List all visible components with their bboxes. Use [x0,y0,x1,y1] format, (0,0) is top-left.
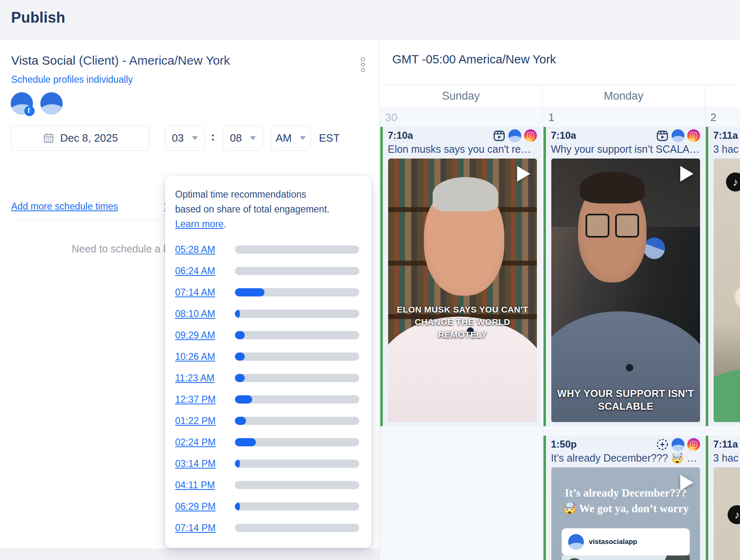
post-time: 7:11a [713,439,738,450]
day-header-sunday: Sunday [379,85,543,107]
story-plus-icon [656,438,669,451]
optimal-time-link[interactable]: 05:28 AM [175,244,226,255]
post-video-thumbnail[interactable]: ♪ one S [714,159,740,422]
post-header: 7:10a [546,127,704,142]
post-video-thumbnail[interactable]: WHY YOUR SUPPORT ISN'T SCALABLE [551,159,700,422]
play-icon [517,166,530,182]
optimal-time-link[interactable]: 10:26 AM [175,351,226,362]
post-header: 7:11a [708,127,740,142]
scheduled-post-card[interactable]: 7:11a 3 hac ♪ [706,436,740,560]
person-hair [433,177,498,211]
post-title: It’s already December??? 🤯 … [546,451,704,467]
tiktok-icon: ♪ [726,173,740,191]
minute-select[interactable]: 08 [223,125,263,151]
calendar-panel: GMT -05:00 America/New York Sunday Monda… [379,40,740,560]
play-icon [680,166,693,182]
post-title: 3 hac [708,451,740,467]
profile-avatar-instagram[interactable] [40,92,63,114]
optimal-time-row: 12:37 PM [175,389,361,410]
optimal-time-link[interactable]: 08:10 AM [175,308,226,320]
learn-more-period: . [224,219,226,229]
post-time: 7:10a [551,130,576,141]
optimal-time-link[interactable]: 02:24 PM [175,437,226,448]
description-line2: based on share of total engagement. [175,204,330,215]
meridiem-select[interactable]: AM [271,125,311,151]
calendar-timezone-title: GMT -05:00 America/New York [392,53,556,66]
optimal-time-link[interactable]: 07:14 PM [175,523,226,534]
optimal-time-link[interactable]: 01:22 PM [175,415,226,427]
date-number: 2 [710,111,716,124]
facebook-badge-icon [24,106,35,116]
tiktok-icon: ♪ [728,505,740,524]
minute-value: 08 [230,132,242,145]
optimal-time-row: 10:26 AM [175,346,361,367]
post-video-thumbnail[interactable]: ELON MUSK SAYS YOU CAN'T CHANGE THE WORL… [388,159,537,422]
optimal-time-row: 07:14 AM [175,282,361,303]
scheduled-post-card[interactable]: 7:10a Why your support isn’t SCALA [543,127,704,426]
hour-value: 03 [172,132,184,145]
optimal-time-link[interactable]: 06:29 PM [175,501,226,512]
green-fabric [714,369,740,422]
optimal-time-link[interactable]: 12:37 PM [175,394,226,405]
post-video-thumbnail[interactable]: It’s already December??? 🤯 We got ya, do… [551,467,700,560]
date-number: 30 [385,111,397,124]
profile-group-timezone: - America/New York [122,54,230,67]
optimal-time-row: 07:14 PM [175,517,361,539]
optimal-times-list: 05:28 AM 06:24 AM 07:14 AM 08:10 AM 09:2… [175,239,361,539]
popup-description: Optimal time recommendations based on sh… [175,187,361,231]
date-input[interactable]: Dec 8, 2025 [11,125,150,151]
instagram-icon [524,129,537,142]
engagement-bar [235,460,359,468]
engagement-bar [235,310,359,318]
column-divider [543,108,543,560]
engagement-bar [235,288,359,296]
optimal-time-row: 03:14 PM [175,453,361,474]
background-hint-text: Need to schedule a l [72,243,166,255]
engagement-bar [235,267,359,275]
video-caption: It’s already December??? 🤯 We got ya, do… [560,485,691,517]
scheduled-post-card[interactable]: 7:10a Elon musks says you can't re [380,127,541,426]
optimal-time-link[interactable]: 04:11 PM [175,480,226,491]
person-hair [580,172,645,203]
vista-social-logo [672,129,684,142]
optimal-time-row: 04:11 PM [175,474,361,496]
scheduled-post-card[interactable]: 7:11a 3 hac ♪ one S [706,127,740,426]
schedule-individually-link[interactable]: Schedule profiles individually [11,74,133,85]
glasses-left [585,214,609,238]
optimal-time-link[interactable]: 06:24 AM [175,266,226,277]
day-header-partial [705,85,740,107]
chevron-down-icon [250,136,256,140]
post-time: 7:10a [388,130,413,141]
video-caption: WHY YOUR SUPPORT ISN'T SCALABLE [557,387,694,413]
optimal-time-link[interactable]: 03:14 PM [175,458,226,469]
optimal-time-row: 01:22 PM [175,410,361,432]
optimal-time-row: 08:10 AM [175,303,361,324]
description-line1: Optimal time recommendations [175,189,306,200]
engagement-bar [235,395,359,404]
profile-avatar-facebook[interactable] [11,92,33,114]
hour-select[interactable]: 03 [165,125,205,151]
scheduled-post-card[interactable]: 1:50p It’s already December??? 🤯 … It’s … [543,436,704,560]
optimal-time-link[interactable]: 07:14 AM [175,287,226,298]
profile-group-client: (Client) [79,54,119,67]
post-header: 1:50p [546,436,704,451]
vista-social-logo [672,438,684,451]
reels-icon [493,129,506,142]
instagram-icon [687,438,700,451]
optimal-time-link[interactable]: 11:23 AM [175,373,226,384]
add-more-schedule-times-link[interactable]: Add more schedule times [11,201,118,212]
post-video-thumbnail[interactable]: ♪ [714,467,740,560]
learn-more-link[interactable]: Learn more [175,219,224,229]
column-divider [705,108,705,560]
panel-menu-kebab-icon[interactable] [361,56,365,73]
engagement-bar [235,502,359,511]
optimal-times-popup: Optimal time recommendations based on sh… [165,176,371,548]
video-caption: ELON MUSK SAYS YOU CAN'T CHANGE THE WORL… [394,303,531,341]
page-header: Publish [0,0,740,40]
optimal-time-link[interactable]: 09:29 AM [175,330,226,341]
post-header: 7:11a [708,436,740,451]
optimal-time-row: 06:29 PM [175,496,361,517]
glasses-right [615,214,639,238]
optimal-time-row: 05:28 AM [175,239,361,260]
post-network-icons [656,438,700,451]
